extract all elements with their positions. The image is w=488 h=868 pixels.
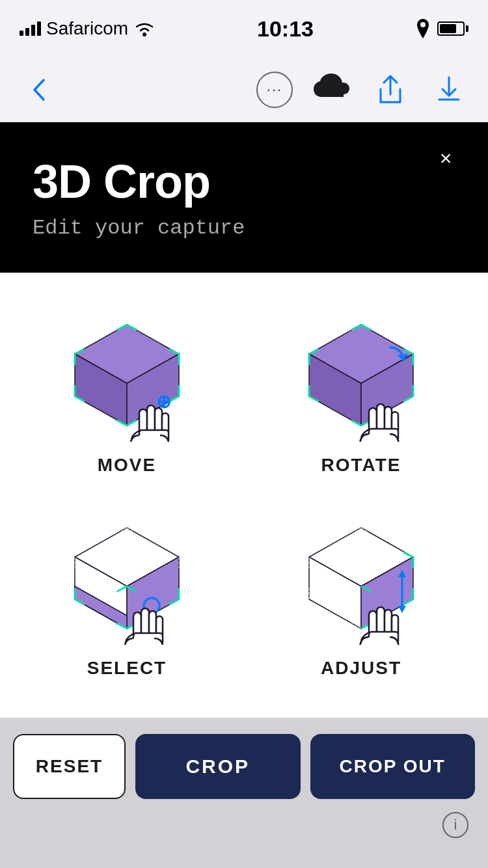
more-button[interactable]: ··· (256, 72, 293, 108)
crop-out-button[interactable]: CROP OUT (310, 734, 476, 799)
info-button[interactable]: i (442, 812, 468, 838)
close-button[interactable]: × (429, 142, 462, 174)
header-panel: × 3D Crop Edit your capture (0, 122, 488, 273)
nav-bar: ··· (0, 57, 488, 122)
instruction-adjust: ADJUST (247, 495, 475, 692)
select-label: SELECT (87, 658, 167, 679)
rotate-label: ROTATE (321, 455, 401, 476)
svg-marker-85 (398, 606, 406, 613)
info-row: i (0, 812, 488, 851)
main-content: × 3D Crop Edit your capture (0, 122, 488, 851)
back-button[interactable] (20, 70, 59, 109)
status-time: 10:13 (257, 16, 314, 42)
battery-icon (437, 21, 468, 36)
instructions-panel: ⊕ MOVE (0, 273, 488, 718)
wifi-icon (133, 20, 156, 37)
bottom-bar: RESET CROP CROP OUT (0, 718, 488, 812)
signal-icon (20, 21, 41, 36)
select-illustration (36, 508, 218, 651)
rotate-illustration (270, 305, 452, 448)
panel-subtitle: Edit your capture (33, 216, 455, 240)
instruction-rotate: ROTATE (247, 292, 475, 489)
status-left: Safaricom (20, 18, 156, 39)
share-button[interactable] (371, 70, 410, 109)
crop-button[interactable]: CROP (135, 734, 301, 799)
cloud-icon (312, 72, 351, 107)
status-right (415, 19, 468, 38)
svg-point-0 (142, 33, 146, 36)
status-bar: Safaricom 10:13 (0, 0, 488, 57)
download-button[interactable] (429, 70, 468, 109)
reset-button[interactable]: RESET (13, 734, 126, 799)
adjust-label: ADJUST (321, 658, 401, 679)
instruction-select: SELECT (13, 495, 241, 692)
move-illustration: ⊕ (36, 305, 218, 448)
carrier-label: Safaricom (46, 18, 128, 39)
nav-center: ··· (256, 70, 468, 109)
location-icon (415, 19, 431, 38)
adjust-illustration (270, 508, 452, 651)
panel-title: 3D Crop (33, 155, 455, 208)
instruction-move: ⊕ MOVE (13, 292, 241, 489)
move-label: MOVE (98, 455, 156, 476)
